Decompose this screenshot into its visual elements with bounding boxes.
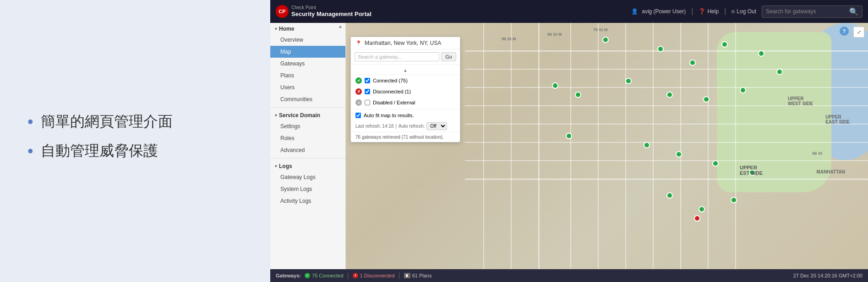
sidebar-item-roles[interactable]: Roles [270,132,345,144]
map-street-h3 [465,87,868,88]
disabled-icon: ⊘ [355,99,362,106]
map-dot-2 [657,46,664,52]
user-icon: 👤 [631,8,638,15]
status-sep-1: | [347,271,349,280]
logout-label: Log Out [737,8,756,15]
disconnected-checkbox[interactable] [365,89,370,94]
map-dot-12 [776,69,783,75]
nav-sep-2: | [724,7,726,16]
auto-refresh-select[interactable]: Off 30s 1m 5m [426,122,447,130]
map-dot-4 [721,41,728,48]
logout-button[interactable]: ⎋ Log Out [732,8,756,15]
refresh-sep: | [395,124,397,129]
map-dot-red-1 [694,215,700,222]
status-bar: Gateways: ✔ 75 Connected | ✗ 1 Disconnec… [270,269,868,282]
status-disconnected: ✗ 1 Disconnected [353,273,395,278]
map-dot-8 [625,78,632,84]
map-street-v4 [570,23,571,269]
status-gateways-label: Gateways: [276,273,301,278]
product-name: Security Management Portal [291,11,371,18]
map-dot-7 [575,92,581,98]
logs-arrow-icon: ▾ [275,164,277,168]
disconnected-icon: ✗ [355,88,362,95]
disconnected-label: Disconnected (1) [373,89,411,94]
nav-sep-1: | [691,7,693,16]
sidebar-item-gateway-logs[interactable]: Gateway Logs [270,171,345,183]
map-street-v1 [483,23,484,269]
map-street-v2 [511,23,512,269]
map-street-v6 [625,23,626,269]
sidebar-item-communities[interactable]: Communities [270,93,345,105]
map-street-h7 [465,160,868,161]
map-street-v8 [680,23,681,269]
map-street-v9 [708,23,709,269]
sidebar-item-overview[interactable]: Overview [270,34,345,46]
map-help-button[interactable]: ? [840,27,849,36]
map-area[interactable]: UPPERWEST SIDE UPPEREAST SIDE MANHATTAN [346,23,868,269]
popup-filter-connected: ✔ Connected (75) [351,75,460,86]
sidebar-service-domain-label: Service Domain [279,112,320,119]
map-expand-button[interactable]: ⤢ [853,27,864,38]
feature-item-2: 自動管理威脅保護 [27,141,243,161]
last-refresh-label: Last refresh: 14:18 [355,124,393,129]
map-dot-19 [699,206,705,212]
auto-fit-checkbox[interactable] [355,113,361,118]
status-sep-2: | [399,271,400,280]
feature-item-1: 簡單的網頁管理介面 [27,112,243,132]
nav-user-info: 👤 avig (Power User) [631,8,686,15]
popup-collapse-button[interactable]: ▲ [403,68,408,73]
help-button[interactable]: ❓ Help [699,8,719,15]
logout-icon: ⎋ [732,8,735,15]
popup-auto-fit-row: Auto fit map to results. [351,110,460,120]
logo-icon: CP [276,5,289,18]
popup-search-input[interactable] [355,52,439,61]
sidebar-item-settings[interactable]: Settings [270,120,345,132]
help-label: Help [707,8,719,15]
nav-logo: CP Check Point Security Management Porta… [276,5,371,18]
popup-refresh-row: Last refresh: 14:18 | Auto refresh: Off … [351,120,460,132]
sidebar-item-gateways[interactable]: Gateways [270,58,345,70]
map-dot-5 [758,50,764,57]
sidebar-service-domain-header[interactable]: ▾ Service Domain [270,109,345,120]
map-park [717,32,831,192]
map-street-v5 [598,23,599,269]
status-plans-count: 61 Plans [412,273,432,278]
sidebar-item-activity-logs[interactable]: Activity Logs [270,195,345,207]
sidebar-logs-header[interactable]: ▾ Logs [270,160,345,171]
status-connected: ✔ 75 Connected [305,273,344,278]
user-label: avig (Power User) [642,8,686,15]
map-dot-17 [749,169,755,176]
service-domain-arrow-icon: ▾ [275,113,277,118]
sidebar-item-system-logs[interactable]: System Logs [270,183,345,195]
map-dot-3 [689,60,696,66]
sidebar-item-map[interactable]: Map [270,46,345,58]
map-street-h1 [465,50,868,52]
map-popup: 📍 Manhattan, New York, NY, USA Go ▲ ✔ Co… [350,37,460,142]
map-street-h8 [465,179,868,180]
sidebar-item-advanced[interactable]: Advanced [270,144,345,156]
help-icon: ❓ [699,8,705,15]
sidebar: ▲ ▾ Home Overview Map Gateways Plans Use… [270,23,346,269]
status-disconnected-count: 1 Disconnected [360,273,395,278]
popup-status-text: 76 gateways retrieved (71 without locati… [351,132,460,142]
popup-go-button[interactable]: Go [441,52,456,61]
sidebar-item-plans[interactable]: Plans [270,70,345,81]
map-street-h2 [465,69,868,70]
sidebar-home-header[interactable]: ▾ Home [270,23,345,34]
disabled-checkbox[interactable] [365,100,370,105]
sidebar-scroll-up[interactable]: ▲ [338,24,343,29]
connected-checkbox[interactable] [365,78,370,83]
map-dot-16 [712,160,719,167]
popup-filter-disabled: ⊘ Disabled / External [351,97,460,108]
map-dot-1 [602,37,609,43]
map-dot-6 [552,82,558,89]
disabled-label: Disabled / External [373,100,415,105]
sidebar-divider-1 [270,107,345,108]
status-datetime: 27 Dec 20 14:20:16 GMT+2:00 [793,273,863,278]
main-content: ▲ ▾ Home Overview Map Gateways Plans Use… [270,23,868,269]
feature-list: 簡單的網頁管理介面 自動管理威脅保護 [27,112,243,170]
popup-location-text: Manhattan, New York, NY, USA [365,40,441,46]
search-input[interactable] [766,8,846,15]
map-dot-10 [703,96,710,103]
sidebar-item-users[interactable]: Users [270,81,345,93]
